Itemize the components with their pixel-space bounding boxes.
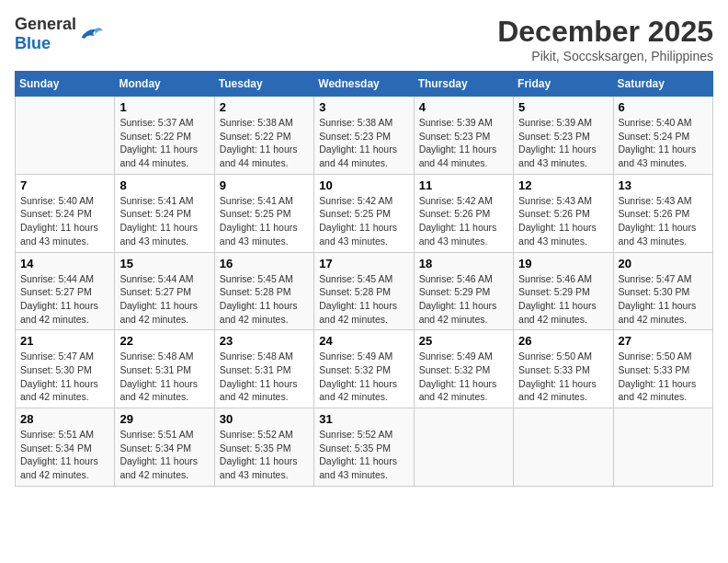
calendar-cell: 26Sunrise: 5:50 AMSunset: 5:33 PMDayligh… [514,330,613,408]
calendar-cell [613,408,712,487]
day-number: 9 [220,178,309,192]
calendar-cell: 29Sunrise: 5:51 AMSunset: 5:34 PMDayligh… [115,408,214,487]
day-number: 18 [419,257,508,270]
day-info: Sunrise: 5:45 AMSunset: 5:28 PMDaylight:… [220,272,309,327]
day-info: Sunrise: 5:44 AMSunset: 5:27 PMDaylight:… [20,272,109,327]
page-header: General Blue December 2025 Pikit, Soccsk… [15,15,713,63]
day-info: Sunrise: 5:44 AMSunset: 5:27 PMDaylight:… [119,272,209,327]
weekday-header-tuesday: Tuesday [214,72,313,97]
logo: General Blue [15,15,104,53]
calendar-cell: 6Sunrise: 5:40 AMSunset: 5:24 PMDaylight… [613,97,712,175]
calendar-cell: 4Sunrise: 5:39 AMSunset: 5:23 PMDaylight… [414,97,513,175]
day-number: 21 [20,334,109,348]
logo-bird-icon [78,24,104,44]
day-info: Sunrise: 5:39 AMSunset: 5:23 PMDaylight:… [518,116,608,170]
day-number: 6 [619,100,708,114]
logo-blue-text: Blue [15,34,51,52]
calendar-week-row: 14Sunrise: 5:44 AMSunset: 5:27 PMDayligh… [16,252,713,330]
calendar-cell: 21Sunrise: 5:47 AMSunset: 5:30 PMDayligh… [16,330,115,408]
day-number: 29 [119,412,209,426]
day-info: Sunrise: 5:39 AMSunset: 5:23 PMDaylight:… [419,116,508,170]
calendar-cell: 19Sunrise: 5:46 AMSunset: 5:29 PMDayligh… [514,252,613,330]
calendar-cell: 13Sunrise: 5:43 AMSunset: 5:26 PMDayligh… [613,174,712,252]
calendar-cell: 14Sunrise: 5:44 AMSunset: 5:27 PMDayligh… [16,252,115,330]
calendar-cell: 3Sunrise: 5:38 AMSunset: 5:23 PMDaylight… [314,97,414,175]
day-number: 26 [518,334,608,348]
calendar-cell [514,408,613,487]
calendar-week-row: 7Sunrise: 5:40 AMSunset: 5:24 PMDaylight… [16,174,713,252]
day-number: 1 [119,100,209,114]
day-info: Sunrise: 5:46 AMSunset: 5:29 PMDaylight:… [518,272,608,327]
weekday-header-friday: Friday [514,72,613,97]
title-block: December 2025 Pikit, Soccsksargen, Phili… [497,15,713,63]
day-number: 7 [20,178,109,192]
day-number: 16 [220,257,309,270]
day-number: 12 [518,178,608,192]
day-info: Sunrise: 5:50 AMSunset: 5:33 PMDaylight:… [518,350,608,404]
calendar-cell: 7Sunrise: 5:40 AMSunset: 5:24 PMDaylight… [16,174,115,252]
calendar-cell: 20Sunrise: 5:47 AMSunset: 5:30 PMDayligh… [613,252,712,330]
calendar-cell: 30Sunrise: 5:52 AMSunset: 5:35 PMDayligh… [214,408,313,487]
day-info: Sunrise: 5:51 AMSunset: 5:34 PMDaylight:… [119,428,209,482]
calendar-cell: 24Sunrise: 5:49 AMSunset: 5:32 PMDayligh… [314,330,414,408]
weekday-header-row: SundayMondayTuesdayWednesdayThursdayFrid… [16,72,713,97]
day-info: Sunrise: 5:38 AMSunset: 5:22 PMDaylight:… [220,116,309,170]
day-number: 17 [319,257,408,270]
calendar-cell: 17Sunrise: 5:45 AMSunset: 5:28 PMDayligh… [314,252,414,330]
day-number: 13 [619,178,708,192]
page-title: December 2025 [497,15,713,49]
calendar-cell: 5Sunrise: 5:39 AMSunset: 5:23 PMDaylight… [514,97,613,175]
calendar-cell: 25Sunrise: 5:49 AMSunset: 5:32 PMDayligh… [414,330,513,408]
calendar-week-row: 1Sunrise: 5:37 AMSunset: 5:22 PMDaylight… [16,97,713,175]
day-info: Sunrise: 5:52 AMSunset: 5:35 PMDaylight:… [220,428,309,482]
weekday-header-thursday: Thursday [414,72,513,97]
day-info: Sunrise: 5:40 AMSunset: 5:24 PMDaylight:… [619,116,708,170]
calendar-cell: 18Sunrise: 5:46 AMSunset: 5:29 PMDayligh… [414,252,513,330]
calendar-cell: 28Sunrise: 5:51 AMSunset: 5:34 PMDayligh… [16,408,115,487]
weekday-header-saturday: Saturday [613,72,712,97]
day-info: Sunrise: 5:47 AMSunset: 5:30 PMDaylight:… [20,350,109,404]
day-number: 15 [119,257,209,270]
logo-general-text: General [15,15,76,33]
day-info: Sunrise: 5:42 AMSunset: 5:25 PMDaylight:… [319,194,408,248]
day-info: Sunrise: 5:41 AMSunset: 5:24 PMDaylight:… [119,194,209,248]
calendar-cell: 9Sunrise: 5:41 AMSunset: 5:25 PMDaylight… [214,174,313,252]
day-info: Sunrise: 5:38 AMSunset: 5:23 PMDaylight:… [319,116,408,170]
day-number: 19 [518,257,608,270]
calendar-cell [16,97,115,175]
day-number: 24 [319,334,408,348]
page-subtitle: Pikit, Soccsksargen, Philippines [497,49,713,63]
day-info: Sunrise: 5:41 AMSunset: 5:25 PMDaylight:… [220,194,309,248]
day-number: 28 [20,412,109,426]
day-info: Sunrise: 5:49 AMSunset: 5:32 PMDaylight:… [319,350,408,404]
calendar-cell: 10Sunrise: 5:42 AMSunset: 5:25 PMDayligh… [314,174,414,252]
calendar-week-row: 28Sunrise: 5:51 AMSunset: 5:34 PMDayligh… [16,408,713,487]
day-info: Sunrise: 5:49 AMSunset: 5:32 PMDaylight:… [419,350,508,404]
day-number: 5 [518,100,608,114]
day-info: Sunrise: 5:48 AMSunset: 5:31 PMDaylight:… [220,350,309,404]
day-info: Sunrise: 5:50 AMSunset: 5:33 PMDaylight:… [619,350,708,404]
day-number: 31 [319,412,408,426]
day-info: Sunrise: 5:47 AMSunset: 5:30 PMDaylight:… [619,272,708,327]
calendar-cell: 12Sunrise: 5:43 AMSunset: 5:26 PMDayligh… [514,174,613,252]
day-number: 30 [220,412,309,426]
calendar-cell: 1Sunrise: 5:37 AMSunset: 5:22 PMDaylight… [115,97,214,175]
weekday-header-monday: Monday [115,72,214,97]
weekday-header-sunday: Sunday [16,72,115,97]
day-info: Sunrise: 5:46 AMSunset: 5:29 PMDaylight:… [419,272,508,327]
day-info: Sunrise: 5:48 AMSunset: 5:31 PMDaylight:… [119,350,209,404]
calendar-cell: 31Sunrise: 5:52 AMSunset: 5:35 PMDayligh… [314,408,414,487]
day-number: 11 [419,178,508,192]
day-number: 14 [20,257,109,270]
day-info: Sunrise: 5:51 AMSunset: 5:34 PMDaylight:… [20,428,109,482]
day-info: Sunrise: 5:43 AMSunset: 5:26 PMDaylight:… [619,194,708,248]
calendar-cell: 2Sunrise: 5:38 AMSunset: 5:22 PMDaylight… [214,97,313,175]
day-info: Sunrise: 5:52 AMSunset: 5:35 PMDaylight:… [319,428,408,482]
calendar-table: SundayMondayTuesdayWednesdayThursdayFrid… [15,71,713,487]
day-number: 3 [319,100,408,114]
weekday-header-wednesday: Wednesday [314,72,414,97]
calendar-week-row: 21Sunrise: 5:47 AMSunset: 5:30 PMDayligh… [16,330,713,408]
day-number: 10 [319,178,408,192]
day-info: Sunrise: 5:40 AMSunset: 5:24 PMDaylight:… [20,194,109,248]
day-info: Sunrise: 5:43 AMSunset: 5:26 PMDaylight:… [518,194,608,248]
